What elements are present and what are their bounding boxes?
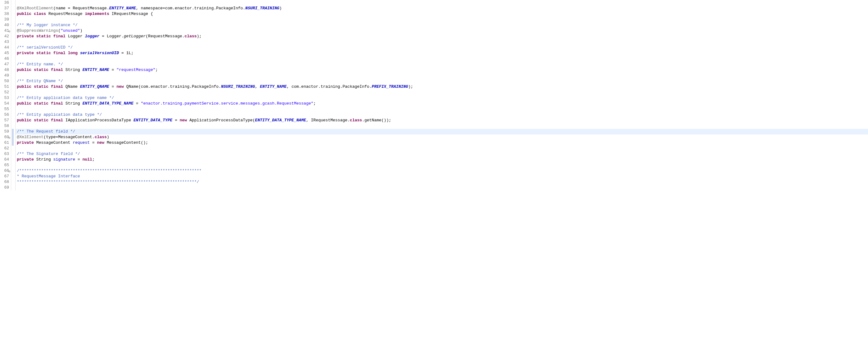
code-line[interactable]: /** Entity name. */: [16, 62, 868, 67]
line-number[interactable]: 68: [1, 179, 9, 185]
code-line[interactable]: /** The Request field */: [16, 129, 868, 134]
line-number[interactable]: 40: [1, 23, 9, 28]
code-line[interactable]: * RequestMessage Interface: [16, 174, 868, 179]
line-number[interactable]: 46: [1, 56, 9, 62]
fold-toggle-icon[interactable]: ⊖: [7, 169, 10, 172]
line-number[interactable]: 49: [1, 73, 9, 78]
code-line[interactable]: private static final Logger logger = Log…: [16, 34, 868, 39]
code-line[interactable]: [16, 146, 868, 151]
line-number[interactable]: 62: [1, 146, 9, 151]
line-number[interactable]: 52: [1, 90, 9, 95]
line-number[interactable]: 69: [1, 185, 9, 191]
line-number[interactable]: 51: [1, 84, 9, 90]
line-number[interactable]: 57: [1, 117, 9, 123]
code-line[interactable]: private String signature = null;: [16, 157, 868, 162]
code-line[interactable]: public static final String ENTITY_DATA_T…: [16, 101, 868, 106]
code-line[interactable]: /***************************************…: [16, 168, 868, 174]
code-line[interactable]: /** Entity application data type */: [16, 112, 868, 117]
code-line[interactable]: public class RequestMessage implements I…: [16, 11, 868, 17]
line-number[interactable]: 38: [1, 11, 9, 17]
line-number[interactable]: 54: [1, 101, 9, 106]
line-number[interactable]: 50: [1, 78, 9, 84]
line-number[interactable]: 65: [1, 162, 9, 168]
code-line[interactable]: [16, 73, 868, 78]
line-number[interactable]: 60⊖: [1, 134, 9, 140]
line-number[interactable]: 44: [1, 45, 9, 50]
line-number-gutter[interactable]: 363738394041⊖424344454647484950515253545…: [0, 0, 11, 191]
line-number[interactable]: 53: [1, 95, 9, 101]
code-line[interactable]: [16, 17, 868, 23]
line-number[interactable]: 48: [1, 67, 9, 73]
code-line[interactable]: /** serialVersionUID */: [16, 45, 868, 50]
code-editor[interactable]: 363738394041⊖424344454647484950515253545…: [0, 0, 868, 191]
line-number[interactable]: 58: [1, 123, 9, 129]
code-line[interactable]: [16, 123, 868, 129]
code-line[interactable]: /** Entity application data type name */: [16, 95, 868, 101]
code-line[interactable]: @SuppressWarnings("unused"): [16, 28, 868, 34]
code-line[interactable]: private static final long serialVersionU…: [16, 50, 868, 56]
code-line[interactable]: [16, 56, 868, 62]
line-number[interactable]: 66⊖: [1, 168, 9, 174]
code-line[interactable]: public static final QName ENTITY_QNAME =…: [16, 84, 868, 90]
line-number[interactable]: 56: [1, 112, 9, 117]
code-line[interactable]: /** The Signature field */: [16, 151, 868, 157]
line-number[interactable]: 39: [1, 17, 9, 23]
change-marker-column: [11, 0, 16, 191]
line-number[interactable]: 42: [1, 34, 9, 39]
code-line[interactable]: /** My logger instance */: [16, 23, 868, 28]
code-line[interactable]: ****************************************…: [16, 179, 868, 185]
line-number[interactable]: 41⊖: [1, 28, 9, 34]
code-line[interactable]: [16, 162, 868, 168]
line-number[interactable]: 45: [1, 50, 9, 56]
code-line[interactable]: @XmlElement(type=MessageContent.class): [16, 134, 868, 140]
code-line[interactable]: [16, 90, 868, 95]
line-number[interactable]: 47: [1, 62, 9, 67]
line-number[interactable]: 67: [1, 174, 9, 179]
code-line[interactable]: @XmlRootElement(name = RequestMessage.EN…: [16, 6, 868, 11]
code-line[interactable]: [16, 185, 868, 191]
code-line[interactable]: /** Entity QName */: [16, 78, 868, 84]
line-number[interactable]: 43: [1, 39, 9, 45]
code-line[interactable]: public static final String ENTITY_NAME =…: [16, 67, 868, 73]
code-line[interactable]: [16, 106, 868, 112]
line-number[interactable]: 64: [1, 157, 9, 162]
code-area[interactable]: @XmlRootElement(name = RequestMessage.EN…: [16, 0, 868, 191]
line-number[interactable]: 36: [1, 0, 9, 6]
code-line[interactable]: [16, 39, 868, 45]
line-number[interactable]: 37: [1, 6, 9, 11]
fold-toggle-icon[interactable]: ⊖: [7, 135, 10, 138]
line-number[interactable]: 63: [1, 151, 9, 157]
line-number[interactable]: 59: [1, 129, 9, 134]
fold-toggle-icon[interactable]: ⊖: [7, 29, 10, 32]
line-number[interactable]: 55: [1, 106, 9, 112]
code-line[interactable]: [16, 0, 868, 6]
line-number[interactable]: 61: [1, 140, 9, 146]
code-line[interactable]: public static final IApplicationProcessD…: [16, 117, 868, 123]
code-line[interactable]: private MessageContent request = new Mes…: [16, 140, 868, 146]
